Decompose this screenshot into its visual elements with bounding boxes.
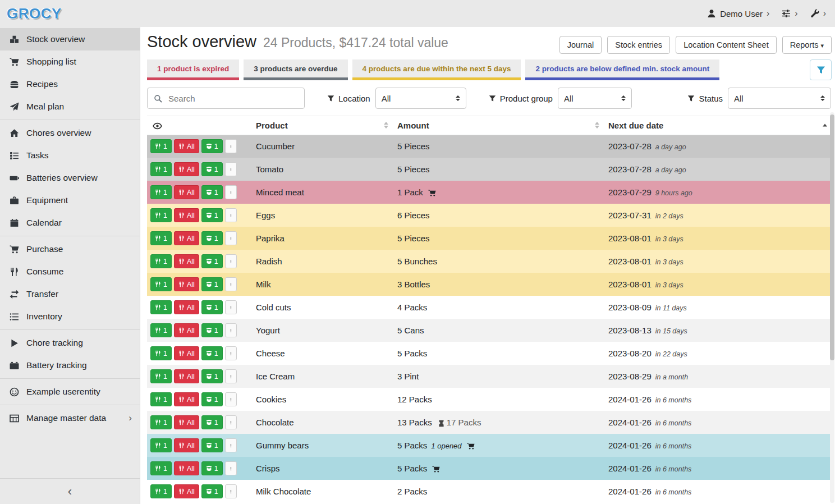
row-menu-button[interactable] (225, 392, 237, 406)
consume-all-button[interactable]: All (174, 438, 199, 452)
consume-one-button[interactable]: 1 (150, 415, 172, 429)
consume-all-button[interactable]: All (174, 277, 199, 291)
sidebar-item-tasks[interactable]: Tasks › (0, 144, 140, 167)
location-content-sheet-button[interactable]: Location Content Sheet (676, 36, 777, 54)
location-select[interactable]: All (375, 88, 466, 109)
consume-all-button[interactable]: All (174, 346, 199, 360)
row-menu-button[interactable] (225, 461, 237, 475)
sidebar-item-recipes[interactable]: Recipes › (0, 73, 140, 95)
open-one-button[interactable]: 1 (201, 484, 223, 498)
user-menu[interactable]: Demo User › (707, 9, 769, 19)
row-menu-button[interactable] (225, 277, 237, 291)
reports-button[interactable]: Reports▾ (782, 36, 832, 54)
sidebar-item-purchase[interactable]: Purchase › (0, 238, 140, 260)
scrollbar-thumb[interactable] (830, 114, 834, 360)
consume-one-button[interactable]: 1 (150, 323, 172, 337)
row-menu-button[interactable] (225, 231, 237, 245)
status-select[interactable]: All (728, 88, 831, 109)
consume-all-button[interactable]: All (174, 208, 199, 222)
consume-all-button[interactable]: All (174, 369, 199, 383)
open-one-button[interactable]: 1 (201, 162, 223, 176)
open-one-button[interactable]: 1 (201, 346, 223, 360)
consume-one-button[interactable]: 1 (150, 162, 172, 176)
consume-all-button[interactable]: All (174, 185, 199, 199)
sidebar-item-chore-tracking[interactable]: Chore tracking › (0, 332, 140, 354)
consume-all-button[interactable]: All (174, 231, 199, 245)
sidebar-item-transfer[interactable]: Transfer › (0, 283, 140, 305)
sidebar-item-inventory[interactable]: Inventory › (0, 305, 140, 328)
consume-one-button[interactable]: 1 (150, 231, 172, 245)
settings-menu[interactable]: › (782, 9, 797, 18)
stock-entries-button[interactable]: Stock entries (607, 36, 670, 54)
sidebar-item-stock-overview[interactable]: Stock overview › (0, 28, 140, 51)
product-group-select[interactable]: All (558, 88, 632, 109)
open-one-button[interactable]: 1 (201, 392, 223, 406)
open-one-button[interactable]: 1 (201, 139, 223, 153)
column-visibility-header[interactable] (147, 116, 251, 135)
open-one-button[interactable]: 1 (201, 323, 223, 337)
consume-one-button[interactable]: 1 (150, 139, 172, 153)
row-menu-button[interactable] (225, 369, 237, 383)
row-menu-button[interactable] (225, 185, 237, 199)
row-menu-button[interactable] (225, 254, 237, 268)
open-one-button[interactable]: 1 (201, 438, 223, 452)
sidebar-item-meal-plan[interactable]: Meal plan › (0, 95, 140, 118)
sidebar-collapse-button[interactable]: ‹ (0, 478, 140, 504)
open-one-button[interactable]: 1 (201, 461, 223, 475)
status-banner-1-product-is-expired[interactable]: 1 product is expired (147, 59, 239, 80)
consume-all-button[interactable]: All (174, 162, 199, 176)
row-menu-button[interactable] (225, 162, 237, 176)
consume-one-button[interactable]: 1 (150, 369, 172, 383)
grocy-logo[interactable]: GROCY (7, 5, 62, 22)
open-one-button[interactable]: 1 (201, 254, 223, 268)
sidebar-item-chores-overview[interactable]: Chores overview › (0, 122, 140, 144)
search-input[interactable] (167, 93, 298, 104)
open-one-button[interactable]: 1 (201, 300, 223, 314)
amount-column-header[interactable]: Amount (393, 116, 604, 135)
row-menu-button[interactable] (225, 415, 237, 429)
due-date-column-header[interactable]: Next due date (604, 116, 832, 135)
consume-all-button[interactable]: All (174, 139, 199, 153)
consume-all-button[interactable]: All (174, 415, 199, 429)
consume-one-button[interactable]: 1 (150, 346, 172, 360)
open-one-button[interactable]: 1 (201, 277, 223, 291)
open-one-button[interactable]: 1 (201, 185, 223, 199)
row-menu-button[interactable] (225, 346, 237, 360)
journal-button[interactable]: Journal (559, 36, 602, 54)
open-one-button[interactable]: 1 (201, 369, 223, 383)
consume-one-button[interactable]: 1 (150, 185, 172, 199)
consume-all-button[interactable]: All (174, 300, 199, 314)
row-menu-button[interactable] (225, 323, 237, 337)
consume-one-button[interactable]: 1 (150, 208, 172, 222)
status-banner-3-products-are-overdue[interactable]: 3 products are overdue (244, 59, 347, 80)
sidebar-item-equipment[interactable]: Equipment › (0, 189, 140, 212)
status-banner-2-products-are-below-defined-m[interactable]: 2 products are below defined min. stock … (525, 59, 719, 80)
sidebar-item-batteries-overview[interactable]: Batteries overview › (0, 167, 140, 189)
consume-all-button[interactable]: All (174, 323, 199, 337)
consume-all-button[interactable]: All (174, 461, 199, 475)
status-banner-4-products-are-due-within-the-[interactable]: 4 products are due within the next 5 day… (352, 59, 521, 80)
row-menu-button[interactable] (225, 300, 237, 314)
consume-one-button[interactable]: 1 (150, 392, 172, 406)
open-one-button[interactable]: 1 (201, 231, 223, 245)
consume-all-button[interactable]: All (174, 392, 199, 406)
consume-one-button[interactable]: 1 (150, 484, 172, 498)
sidebar-item-consume[interactable]: Consume › (0, 260, 140, 283)
open-one-button[interactable]: 1 (201, 415, 223, 429)
consume-all-button[interactable]: All (174, 254, 199, 268)
admin-menu[interactable]: › (810, 9, 826, 18)
consume-one-button[interactable]: 1 (150, 277, 172, 291)
consume-one-button[interactable]: 1 (150, 300, 172, 314)
table-filter-button[interactable] (810, 59, 832, 80)
consume-all-button[interactable]: All (174, 484, 199, 498)
consume-one-button[interactable]: 1 (150, 461, 172, 475)
row-menu-button[interactable] (225, 208, 237, 222)
sidebar-item-shopping-list[interactable]: Shopping list › (0, 51, 140, 73)
row-menu-button[interactable] (225, 438, 237, 452)
sidebar-item-calendar[interactable]: Calendar › (0, 212, 140, 234)
row-menu-button[interactable] (225, 484, 237, 498)
sidebar-item-example-userentity[interactable]: Example userentity › (0, 381, 140, 403)
sidebar-item-battery-tracking[interactable]: Battery tracking › (0, 354, 140, 377)
row-menu-button[interactable] (225, 139, 237, 153)
eye-icon[interactable] (153, 121, 162, 131)
